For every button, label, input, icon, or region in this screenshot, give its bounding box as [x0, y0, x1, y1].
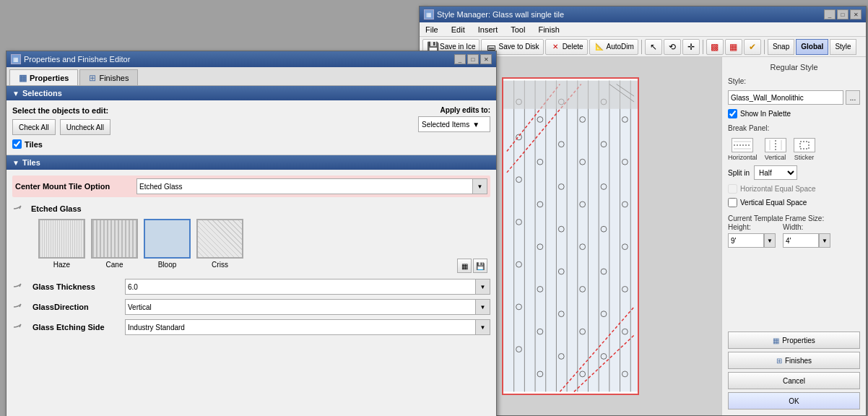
- show-in-palette-checkbox[interactable]: [728, 109, 737, 118]
- tiles-section-label: Tiles: [22, 158, 40, 167]
- tiles-checkbox-label: Tiles: [25, 140, 43, 149]
- tiles-checkbox[interactable]: [12, 139, 22, 149]
- selections-collapse-arrow[interactable]: ▼: [12, 90, 19, 98]
- glass-thickness-label: Glass Thickness: [32, 282, 119, 291]
- break-sticker[interactable]: Sticker: [794, 138, 815, 161]
- toolbar-sep1: [641, 40, 642, 54]
- height-dropdown[interactable]: ▼: [764, 233, 776, 248]
- texture-bloop[interactable]: Bloop: [144, 219, 191, 269]
- apply-edits-dropdown[interactable]: Selected Items ▼: [418, 116, 490, 132]
- sm-properties-button[interactable]: ▦ Properties: [728, 332, 860, 349]
- tab-properties[interactable]: ▦ Properties: [9, 69, 78, 85]
- close-button[interactable]: ✕: [850, 9, 862, 20]
- glass-etching-dropdown[interactable]: ▼: [476, 319, 490, 335]
- texture-haze[interactable]: Haze: [38, 219, 85, 269]
- uncheck-all-button[interactable]: Uncheck All: [60, 119, 110, 135]
- height-input[interactable]: [728, 233, 764, 248]
- glass-thickness-dropdown[interactable]: ▼: [476, 279, 490, 295]
- pfe-tabs: ▦ Properties ⊞ Finishes: [6, 67, 496, 86]
- cursor-tool[interactable]: ↖: [645, 39, 662, 55]
- horizontal-dots-svg: [732, 139, 752, 152]
- tiles-collapse-arrow[interactable]: ▼: [12, 159, 19, 167]
- menu-bar: File Edit Insert Tool Finish: [420, 22, 866, 37]
- toolbar-sep2: [703, 40, 703, 54]
- tab-finishes[interactable]: ⊞ Finishes: [79, 69, 138, 85]
- etching-arrow-svg: [12, 321, 27, 333]
- sm-finishes-button[interactable]: ⊞ Finishes: [728, 352, 860, 369]
- split-label: Split in: [728, 169, 750, 177]
- menu-finish[interactable]: Finish: [535, 25, 562, 34]
- cane-thumb: [91, 219, 138, 259]
- check-all-button[interactable]: Check All: [12, 119, 56, 135]
- menu-tool[interactable]: Tool: [508, 25, 528, 34]
- horiz-equal-space-checkbox[interactable]: [728, 184, 737, 194]
- break-horizontal[interactable]: Horizontal: [728, 138, 758, 161]
- sm-cancel-label: Cancel: [783, 377, 805, 385]
- selections-body: Select the objects to edit: Check All Un…: [6, 100, 496, 155]
- style-label: Style:: [728, 77, 860, 85]
- tile-tool2[interactable]: ▦: [725, 39, 742, 55]
- texture-row: Haze Cane: [18, 219, 490, 273]
- width-dropdown[interactable]: ▼: [819, 233, 830, 248]
- style-input[interactable]: [728, 90, 843, 105]
- texture-cane[interactable]: Cane: [91, 219, 138, 269]
- sm-ok-button[interactable]: OK: [728, 392, 860, 410]
- glass-etching-input[interactable]: [125, 319, 476, 335]
- center-mount-input[interactable]: [136, 178, 473, 194]
- minimize-button[interactable]: _: [824, 9, 836, 20]
- texture-save-button[interactable]: 💾: [473, 259, 487, 273]
- style-button[interactable]: Style: [830, 39, 856, 55]
- rotate-tool[interactable]: ⟲: [664, 39, 681, 55]
- snap-button[interactable]: Snap: [768, 39, 794, 55]
- glass-direction-input[interactable]: [125, 299, 476, 315]
- delete-icon: ✕: [550, 41, 561, 53]
- global-button[interactable]: Global: [796, 39, 828, 55]
- delete-button[interactable]: ✕ Delete: [545, 39, 588, 55]
- width-input[interactable]: [783, 233, 819, 248]
- sm-properties-label: Properties: [782, 337, 815, 344]
- texture-criss[interactable]: Criss: [196, 219, 243, 269]
- etched-glass-label: Etched Glass: [31, 204, 82, 213]
- move-tool[interactable]: ✛: [682, 39, 700, 55]
- glass-etching-row: Glass Etching Side ▼: [12, 319, 490, 335]
- menu-file[interactable]: File: [422, 25, 441, 34]
- glass-thickness-row: Glass Thickness ▼: [12, 279, 490, 295]
- apply-edits-value: Selected Items: [422, 121, 469, 129]
- split-select[interactable]: Half Third Quarter: [754, 165, 797, 180]
- titlebar-left: ▦ Style Manager: Glass wall single tile: [424, 9, 564, 20]
- pfe-close-button[interactable]: ✕: [480, 54, 492, 64]
- autodim-button[interactable]: 📐 AutoDim: [589, 39, 638, 55]
- check-tool[interactable]: ✔: [744, 39, 761, 55]
- vert-equal-space-checkbox[interactable]: [728, 198, 737, 207]
- cane-pattern: [92, 220, 136, 257]
- apply-edits-label: Apply edits to:: [440, 106, 490, 114]
- pfe-controls: _ □ ✕: [454, 54, 492, 64]
- glass-direction-row: GlassDirection ▼: [12, 299, 490, 315]
- bloop-label: Bloop: [158, 261, 177, 269]
- horizontal-break-icon: [732, 138, 753, 152]
- etching-arrow-icon: [12, 321, 27, 333]
- delete-label: Delete: [563, 43, 583, 51]
- pfe-maximize-button[interactable]: □: [467, 54, 479, 64]
- glass-thickness-input[interactable]: [125, 279, 476, 295]
- sm-cancel-button[interactable]: Cancel: [728, 372, 860, 389]
- maximize-button[interactable]: □: [837, 9, 849, 20]
- pfe-minimize-button[interactable]: _: [454, 54, 466, 64]
- glass-direction-dropdown[interactable]: ▼: [476, 299, 490, 315]
- etched-arrow-icon: [12, 203, 27, 214]
- menu-insert[interactable]: Insert: [475, 25, 501, 34]
- vert-equal-space-label: Vertical Equal Space: [740, 199, 807, 207]
- center-mount-dropdown[interactable]: ▼: [473, 178, 487, 194]
- properties-tab-icon: ▦: [19, 73, 27, 83]
- height-field: Height: ▼: [728, 223, 776, 248]
- tile-tool1[interactable]: ▩: [706, 39, 724, 55]
- selections-row1: Select the objects to edit: Check All Un…: [12, 106, 490, 135]
- texture-grid-button[interactable]: ▦: [457, 259, 472, 273]
- tiles-body: Center Mount Tile Option ▼ Et: [6, 170, 496, 345]
- width-input-row: ▼: [783, 233, 830, 248]
- autodim-icon: 📐: [594, 41, 605, 53]
- style-ellipsis-button[interactable]: ...: [846, 90, 860, 105]
- break-panel-label: Break Panel:: [728, 124, 860, 132]
- menu-edit[interactable]: Edit: [448, 25, 468, 34]
- break-vertical[interactable]: Vertical: [765, 138, 786, 161]
